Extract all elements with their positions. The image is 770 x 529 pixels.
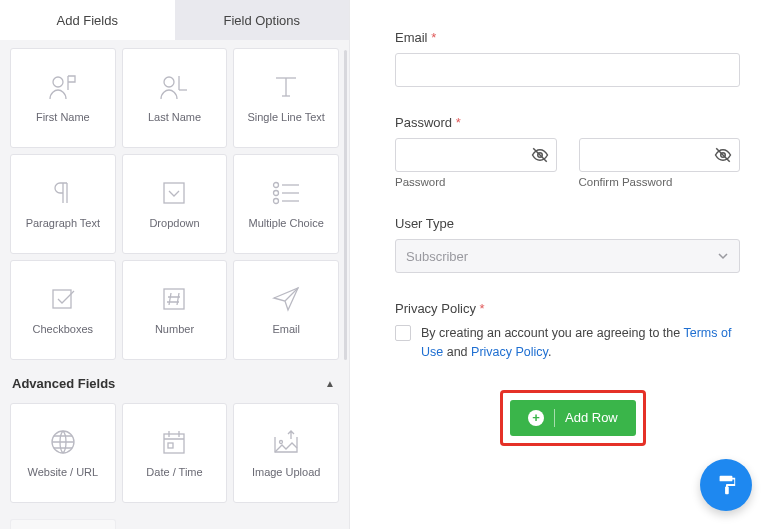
field-overflow[interactable] (10, 519, 116, 529)
svg-rect-10 (168, 443, 173, 448)
svg-rect-7 (164, 289, 184, 309)
field-first-name[interactable]: First Name (10, 48, 116, 148)
divider (554, 409, 555, 427)
password-group: Password * Password (395, 115, 740, 188)
text-cursor-icon (272, 73, 300, 101)
svg-point-0 (53, 77, 63, 87)
svg-point-4 (274, 191, 279, 196)
field-image-upload[interactable]: Image Upload (233, 403, 339, 503)
field-label: Multiple Choice (249, 217, 324, 229)
svg-rect-6 (53, 290, 71, 308)
field-website-url[interactable]: Website / URL (10, 403, 116, 503)
globe-icon (50, 428, 76, 456)
advanced-fields-header[interactable]: Advanced Fields ▲ (8, 362, 341, 401)
scrollbar[interactable] (344, 50, 347, 360)
field-last-name[interactable]: Last Name (122, 48, 228, 148)
dropdown-icon (161, 179, 187, 207)
hash-icon (161, 285, 187, 313)
privacy-text: By creating an account you are agreeing … (421, 324, 740, 362)
plus-circle-icon: + (528, 410, 544, 426)
tab-add-fields[interactable]: Add Fields (0, 0, 175, 40)
privacy-label: Privacy Policy * (395, 301, 740, 316)
privacy-checkbox[interactable] (395, 325, 411, 341)
radio-list-icon (271, 179, 301, 207)
field-label: Paragraph Text (26, 217, 100, 229)
svg-rect-9 (164, 434, 184, 453)
user-type-group: User Type Subscriber (395, 216, 740, 273)
add-row-button[interactable]: + Add Row (510, 400, 636, 436)
eye-off-icon[interactable] (531, 146, 549, 164)
svg-point-3 (274, 183, 279, 188)
password-label: Password * (395, 115, 740, 130)
field-label: Email (272, 323, 300, 335)
paint-roller-icon (715, 474, 737, 496)
privacy-policy-link[interactable]: Privacy Policy (471, 345, 548, 359)
person-flag-icon (48, 73, 78, 101)
fields-panel: Add Fields Field Options First Name (0, 0, 350, 529)
field-label: Number (155, 323, 194, 335)
svg-point-11 (280, 441, 283, 444)
email-input[interactable] (395, 53, 740, 87)
field-label: Image Upload (252, 466, 321, 478)
email-group: Email * (395, 30, 740, 87)
field-paragraph-text[interactable]: Paragraph Text (10, 154, 116, 254)
field-email[interactable]: Email (233, 260, 339, 360)
eye-off-icon[interactable] (714, 146, 732, 164)
panel-tabs: Add Fields Field Options (0, 0, 349, 40)
tab-field-options[interactable]: Field Options (175, 0, 350, 40)
user-type-select[interactable]: Subscriber (395, 239, 740, 273)
password-sublabel: Password (395, 176, 557, 188)
form-preview: Email * Password * (350, 0, 770, 529)
chevron-down-icon (717, 250, 729, 262)
image-upload-icon (272, 428, 300, 456)
field-multiple-choice[interactable]: Multiple Choice (233, 154, 339, 254)
field-label: Dropdown (149, 217, 199, 229)
chevron-up-icon: ▲ (325, 378, 335, 389)
field-date-time[interactable]: Date / Time (122, 403, 228, 503)
svg-rect-2 (164, 183, 184, 203)
field-label: Single Line Text (247, 111, 324, 123)
customize-fab[interactable] (700, 459, 752, 511)
user-type-label: User Type (395, 216, 740, 231)
email-label: Email * (395, 30, 740, 45)
privacy-group: Privacy Policy * By creating an account … (395, 301, 740, 362)
svg-point-1 (164, 77, 174, 87)
field-label: Checkboxes (33, 323, 94, 335)
field-dropdown[interactable]: Dropdown (122, 154, 228, 254)
svg-point-5 (274, 199, 279, 204)
field-single-line-text[interactable]: Single Line Text (233, 48, 339, 148)
field-label: First Name (36, 111, 90, 123)
field-label: Date / Time (146, 466, 202, 478)
field-label: Last Name (148, 111, 201, 123)
person-line-icon (159, 73, 189, 101)
field-label: Website / URL (27, 466, 98, 478)
confirm-password-sublabel: Confirm Password (579, 176, 741, 188)
paper-plane-icon (272, 285, 300, 313)
add-row-highlight: + Add Row (500, 390, 646, 446)
checkbox-icon (50, 285, 76, 313)
paragraph-icon (51, 179, 75, 207)
field-checkboxes[interactable]: Checkboxes (10, 260, 116, 360)
field-number[interactable]: Number (122, 260, 228, 360)
section-title: Advanced Fields (12, 376, 115, 391)
calendar-icon (161, 428, 187, 456)
add-row-label: Add Row (565, 410, 618, 425)
user-type-value: Subscriber (406, 249, 468, 264)
